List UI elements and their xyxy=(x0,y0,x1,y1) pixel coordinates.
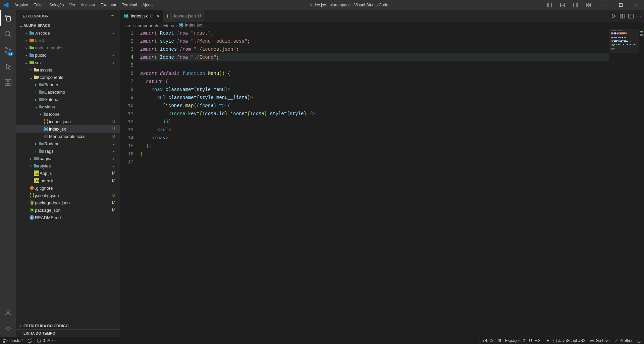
outline-section[interactable]: › ESTRUTURA DO CÓDIGO xyxy=(16,322,120,329)
code-line[interactable]: ))} xyxy=(140,118,644,126)
status-encoding[interactable]: UTF-8 xyxy=(529,338,540,343)
folder-open-icon xyxy=(29,60,35,65)
activity-settings[interactable] xyxy=(0,321,16,337)
menu-seleção[interactable]: Seleção xyxy=(47,0,66,10)
code-line[interactable]: import icones from "./icones.json"; xyxy=(140,45,644,53)
code-line[interactable]: ); xyxy=(140,142,644,150)
code-line[interactable]: import style from "./Menu.module.scss"; xyxy=(140,37,644,45)
tree-item-cabecalho[interactable]: ›Cabecalho xyxy=(16,88,120,96)
status-indentation[interactable]: Espaços: 2 xyxy=(505,338,525,343)
tree-item-tags[interactable]: ›Tags xyxy=(16,147,120,155)
activity-explorer[interactable] xyxy=(0,10,16,26)
status-problems[interactable]: 0 0 xyxy=(37,338,54,343)
timeline-section[interactable]: › LINHA DO TEMPO xyxy=(16,329,120,337)
status-go-live[interactable]: Go Live xyxy=(590,338,609,343)
tree-item-icones-json[interactable]: icones.jsonU xyxy=(16,118,120,125)
code-line[interactable]: return ( xyxy=(140,78,644,86)
tree-item-jsconfig-json[interactable]: jsconfig.jsonU xyxy=(16,192,120,199)
status-sync[interactable] xyxy=(27,338,33,343)
tree-item--gitignore[interactable]: .gitignore xyxy=(16,184,120,192)
code-line[interactable]: </nav> xyxy=(140,134,644,142)
tree-item-pagina[interactable]: ›pagina xyxy=(16,155,120,162)
code-line[interactable] xyxy=(140,158,644,166)
activity-run-debug[interactable] xyxy=(0,58,16,75)
menu-arquivo[interactable]: Arquivo xyxy=(12,0,31,10)
tree-item-galeria[interactable]: ›Galeria xyxy=(16,96,120,103)
more-actions-icon[interactable]: ⋯ xyxy=(637,13,641,18)
menu-editar[interactable]: Editar xyxy=(31,0,47,10)
breadcrumb-item[interactable]: index.jsx xyxy=(178,22,202,29)
tree-item-public[interactable]: ›public xyxy=(16,51,120,59)
menu-acessar[interactable]: Acessar xyxy=(78,0,98,10)
scrollbar-vertical[interactable] xyxy=(639,29,644,337)
git-status-dot xyxy=(111,163,116,168)
tree-item-rodape[interactable]: ›Rodape xyxy=(16,140,120,147)
code-line[interactable]: } xyxy=(140,150,644,158)
tab-icones-json[interactable]: icones.jsonU xyxy=(163,10,205,22)
tree-item-menu[interactable]: ⌄Menu xyxy=(16,103,120,110)
tree-item-components[interactable]: ⌄components xyxy=(16,73,120,81)
breadcrumb-item[interactable]: components xyxy=(136,23,159,28)
status-cursor-position[interactable]: Ln 4, Col 29 xyxy=(479,338,501,343)
tree-item-app-js[interactable]: JSApp.jsM xyxy=(16,169,120,177)
status-language[interactable]: { }JavaScript JSX xyxy=(553,338,586,343)
tree-item-package-lock-json[interactable]: package-lock.jsonM xyxy=(16,199,120,206)
close-button[interactable] xyxy=(629,0,644,10)
tab-close-icon[interactable]: ✕ xyxy=(156,13,160,18)
tree-item-readme-md[interactable]: iREADME.md xyxy=(16,214,120,221)
code-line[interactable]: <ul className={style.menu__lista}> xyxy=(140,94,644,102)
menu-executar[interactable]: Executar xyxy=(98,0,119,10)
tree-item-src[interactable]: ⌄src xyxy=(16,59,120,66)
tree-item-icone[interactable]: ›Icone xyxy=(16,110,120,118)
code-line[interactable]: </ul> xyxy=(140,126,644,134)
code-line[interactable]: {icones.map((icone) => ( xyxy=(140,102,644,110)
menu-ver[interactable]: Ver xyxy=(66,0,78,10)
status-notifications[interactable] xyxy=(637,338,641,343)
status-eol[interactable]: LF xyxy=(544,338,549,343)
tree-item-assets[interactable]: ›assets xyxy=(16,66,120,73)
code-area[interactable]: 1234567891011121314151617 import React f… xyxy=(120,29,644,337)
tree-item-index-jsx[interactable]: index.jsxU xyxy=(16,125,120,133)
compare-changes-icon[interactable] xyxy=(620,13,625,19)
maximize-button[interactable] xyxy=(613,0,629,10)
code-line[interactable]: export default function Menu() { xyxy=(140,69,644,78)
code-line[interactable]: <Icone key={icone.id} icone={icone} styl… xyxy=(140,110,644,118)
status-prettier[interactable]: Prettier xyxy=(613,338,633,343)
code-line[interactable]: <nav className={style.menu}> xyxy=(140,86,644,94)
tab-index-jsx[interactable]: index.jsxU✕ xyxy=(120,10,163,22)
tree-item--vscode[interactable]: ›.vscode xyxy=(16,29,120,37)
status-branch[interactable]: master* xyxy=(3,338,23,343)
project-section[interactable]: ⌄ ALURA-SPACE xyxy=(16,22,120,29)
breadcrumb-item[interactable]: src xyxy=(125,23,131,28)
toggle-panel-right-icon[interactable] xyxy=(570,0,581,10)
activity-source-control[interactable]: 73 xyxy=(0,42,16,58)
minimize-button[interactable] xyxy=(598,0,613,10)
tree-item-build[interactable]: ›build xyxy=(16,37,120,44)
activity-accounts[interactable] xyxy=(0,304,16,321)
activity-extensions[interactable] xyxy=(0,75,16,91)
tree-item-index-js[interactable]: JSindex.jsM xyxy=(16,177,120,184)
code-line[interactable]: import React from "react"; xyxy=(140,29,644,37)
sidebar-more-icon[interactable]: ⋯ xyxy=(111,14,114,18)
tree-item-styles[interactable]: ›styles xyxy=(16,162,120,169)
breadcrumb-item[interactable]: ... xyxy=(206,23,210,28)
code-content[interactable]: import React from "react";import style f… xyxy=(140,29,644,337)
tree-item-package-json[interactable]: package.jsonM xyxy=(16,206,120,214)
tree-item-menu-module-scss[interactable]: #Menu.module.scssU xyxy=(16,133,120,140)
customize-layout-icon[interactable] xyxy=(583,0,594,10)
svg-point-18 xyxy=(9,50,11,51)
code-line[interactable]: import Icone from "./Icone"; xyxy=(140,53,644,61)
breadcrumb-item[interactable]: Menu xyxy=(163,23,174,28)
minimap[interactable] xyxy=(609,29,639,337)
menu-ajuda[interactable]: Ajuda xyxy=(140,0,156,10)
toggle-panel-left-icon[interactable] xyxy=(543,0,555,10)
toggle-panel-bottom-icon[interactable] xyxy=(556,0,568,10)
split-editor-icon[interactable] xyxy=(628,13,634,19)
run-icon[interactable] xyxy=(611,13,616,19)
activity-search[interactable] xyxy=(0,26,16,42)
menu-terminal[interactable]: Terminal xyxy=(119,0,140,10)
code-line[interactable] xyxy=(140,61,644,69)
breadcrumb[interactable]: src›components›Menu›index.jsx›... xyxy=(120,22,644,29)
tree-item-node-modules[interactable]: ›node_modules xyxy=(16,44,120,51)
tree-item-banner[interactable]: ›Banner xyxy=(16,81,120,88)
